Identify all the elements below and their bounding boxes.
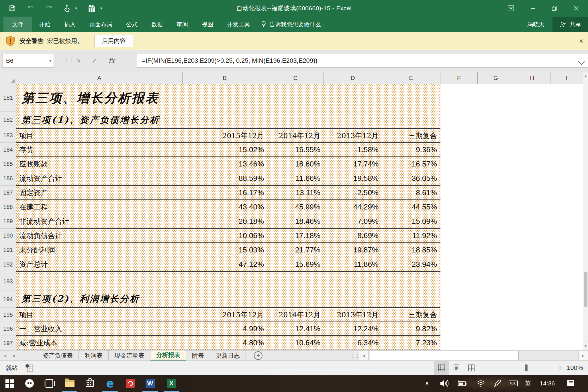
sheet-tab-analysis-active[interactable]: 分析报表	[150, 350, 186, 360]
new-sheet-button[interactable]: +	[254, 351, 262, 360]
table-row[interactable]: 流动负债合计 10.06% 17.18% 8.69% 11.92%	[16, 229, 440, 243]
macro-record-icon[interactable]	[25, 364, 34, 372]
column-header-a[interactable]: A	[16, 72, 183, 84]
table-row[interactable]: 固定资产 16.17% 13.11% -2.50% 8.61%	[16, 186, 440, 200]
cancel-entry-icon[interactable]: ×	[77, 57, 81, 65]
task-view-button[interactable]	[41, 375, 57, 392]
table-row[interactable]: 资产总计 47.12% 15.69% 11.86% 23.94%	[16, 257, 440, 272]
empty-row[interactable]	[16, 272, 440, 291]
table-row[interactable]: 非流动资产合计 20.18% 18.46% 7.09% 15.09%	[16, 214, 440, 229]
redo-icon[interactable]	[45, 4, 53, 13]
hscroll-left-icon[interactable]: ◂	[359, 351, 369, 360]
enable-content-button[interactable]: 启用内容	[95, 35, 133, 47]
insert-function-icon[interactable]: fx	[108, 57, 115, 65]
table-row[interactable]: 未分配利润 15.03% 21.77% 19.87% 18.85%	[16, 243, 440, 257]
row-header[interactable]: 191	[0, 243, 16, 257]
row-header[interactable]: 188	[0, 200, 16, 214]
minimize-button[interactable]	[524, 2, 542, 15]
input-language-indicator[interactable]: 英	[521, 375, 535, 392]
vertical-scrollbar[interactable]: ▲ ▼	[583, 72, 588, 350]
sheet-tab-appendix[interactable]: 附表	[186, 350, 210, 360]
formula-input[interactable]: =IF(MIN(E196,E203,E209)>0.25, 0.25, MIN(…	[137, 54, 588, 68]
section-title-row[interactable]: 第三项(2)、利润增长分析	[16, 291, 440, 308]
row-header[interactable]: 197	[0, 336, 16, 350]
tab-scrollbar-splitter[interactable]: ⋮⋮	[350, 350, 360, 361]
column-header-f[interactable]: F	[440, 72, 478, 84]
tab-file[interactable]: 文件	[3, 17, 32, 32]
zoom-out-icon[interactable]: −	[493, 361, 498, 375]
sheet-tab-changelog[interactable]: 更新日志	[210, 350, 246, 360]
sheet-tab-cashflow[interactable]: 现金流量表	[109, 350, 150, 360]
row-header[interactable]: 192	[0, 257, 16, 272]
tab-view[interactable]: 视图	[195, 17, 220, 32]
tab-formulas[interactable]: 公式	[119, 17, 144, 32]
ribbon-display-options-icon[interactable]	[502, 2, 520, 15]
table-row[interactable]: 流动资产合计 88.59% 11.66% 19.58% 36.05%	[16, 171, 440, 186]
page-layout-view-button[interactable]	[449, 361, 464, 375]
expand-formula-bar-icon[interactable]	[578, 58, 585, 65]
share-button[interactable]: 共享	[552, 17, 588, 32]
table-row[interactable]: 应收账款 13.46% 18.60% 17.74% 16.57%	[16, 157, 440, 171]
hscroll-right-icon[interactable]: ▸	[578, 351, 588, 360]
sheet-tab-income[interactable]: 利润表	[79, 350, 109, 360]
show-hidden-icons-button[interactable]: ∧	[419, 375, 435, 392]
undo-icon[interactable]	[26, 4, 35, 13]
row-header[interactable]: 193	[0, 272, 16, 291]
zoom-slider-handle[interactable]	[525, 364, 528, 371]
volume-button[interactable]	[436, 375, 452, 392]
tab-page-layout[interactable]: 页面布局	[83, 17, 119, 32]
user-name[interactable]: 冯晓天	[527, 21, 544, 28]
row-header[interactable]: 185	[0, 157, 16, 171]
netease-music-button[interactable]	[122, 375, 138, 392]
tab-developer[interactable]: 开发工具	[220, 17, 257, 32]
wifi-button[interactable]	[473, 375, 489, 392]
file-explorer-button[interactable]	[62, 375, 78, 392]
excel-button[interactable]: X	[163, 375, 179, 392]
column-header-g[interactable]: G	[478, 72, 514, 84]
zoom-in-icon[interactable]: +	[558, 361, 562, 375]
sheet-nav-next-icon[interactable]: ▸	[10, 350, 19, 360]
vertical-scroll-thumb[interactable]	[584, 272, 587, 307]
row-header[interactable]: 184	[0, 143, 16, 157]
row-header[interactable]: 181	[0, 84, 16, 112]
normal-view-button[interactable]	[434, 361, 449, 375]
qat-customize-dropdown-icon[interactable]: ▾	[100, 6, 103, 11]
formula-bar-grip[interactable]: ⋮⋮	[64, 54, 74, 68]
touch-keyboard-button[interactable]	[505, 375, 521, 392]
touch-mode-dropdown-icon[interactable]: ▾	[75, 6, 77, 11]
security-bar-close-icon[interactable]: ×	[579, 37, 583, 45]
sheet-nav-prev-icon[interactable]: ◂	[0, 350, 10, 360]
column-header-h[interactable]: H	[514, 72, 550, 84]
section-title-row[interactable]: 第三项、增长分析报表	[16, 84, 440, 112]
tab-data[interactable]: 数据	[144, 17, 170, 32]
column-header-c[interactable]: C	[267, 72, 324, 84]
edge-browser-button[interactable]: e	[102, 375, 118, 392]
table-row[interactable]: 在建工程 43.40% 45.99% 44.29% 44.55%	[16, 200, 440, 214]
touch-mouse-mode-icon[interactable]	[63, 4, 72, 13]
select-all-corner[interactable]	[0, 72, 16, 84]
page-break-preview-button[interactable]	[464, 361, 479, 375]
action-center-button[interactable]	[562, 375, 579, 392]
microsoft-store-button[interactable]	[82, 375, 98, 392]
tell-me-box[interactable]: 告诉我您想要做什么...	[261, 21, 326, 28]
scroll-up-icon[interactable]: ▲	[583, 72, 588, 80]
form-tool-icon[interactable]	[87, 4, 96, 13]
cortana-button[interactable]	[21, 375, 38, 392]
tab-review[interactable]: 审阅	[170, 17, 195, 32]
table-row[interactable]: 一、营业收入 4.99% 12.41% 12.24% 9.82%	[16, 322, 440, 336]
confirm-entry-icon[interactable]: ✓	[92, 57, 97, 65]
horizontal-scroll-thumb[interactable]	[370, 351, 519, 360]
tab-home[interactable]: 开始	[32, 17, 57, 32]
section-subtitle-row[interactable]: 第三项(1)、资产负债增长分析	[16, 112, 440, 128]
save-icon[interactable]	[8, 4, 17, 13]
taskbar-clock[interactable]: 14:36	[535, 375, 559, 392]
row-header[interactable]: 194	[0, 291, 16, 308]
row-header[interactable]: 183	[0, 128, 16, 143]
row-header[interactable]: 187	[0, 186, 16, 200]
column-header-i[interactable]: I	[550, 72, 583, 84]
tab-insert[interactable]: 插入	[57, 17, 83, 32]
word-button[interactable]: W	[142, 375, 158, 392]
zoom-level[interactable]: 100%	[567, 361, 583, 375]
row-header[interactable]: 182	[0, 112, 16, 128]
table-row[interactable]: 存货 15.02% 15.55% -1.58% 9.36%	[16, 143, 440, 157]
